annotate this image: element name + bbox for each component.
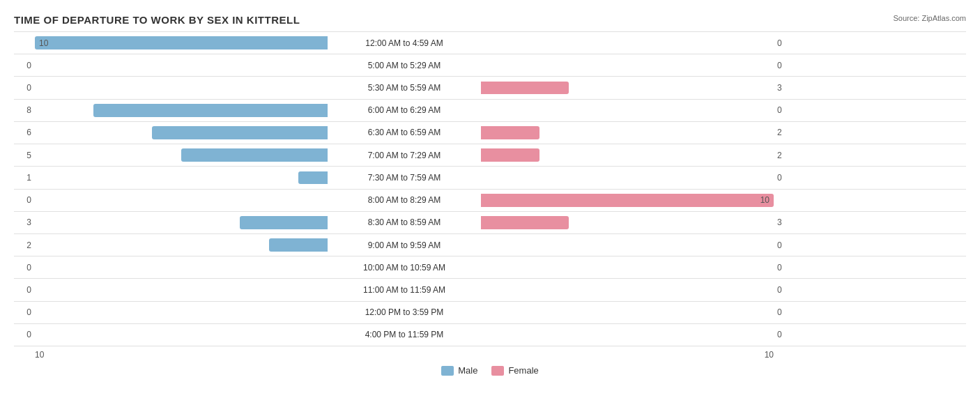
x-right-axis: 10 (481, 350, 774, 360)
chart-area: 10 12:00 AM to 4:59 AM 0 0 5:00 AM to 5:… (14, 31, 966, 376)
table-row: 8 6:00 AM to 6:29 AM 0 (14, 100, 966, 122)
female-bar-area (481, 82, 774, 95)
time-label: 6:30 AM to 6:59 AM (328, 128, 481, 137)
time-label: 8:00 AM to 8:29 AM (328, 195, 481, 205)
legend-female-color (491, 366, 504, 376)
table-row: 3 8:30 AM to 8:59 AM 3 (14, 212, 966, 234)
table-row: 0 10:00 AM to 10:59 AM 0 (14, 256, 966, 279)
female-bar-area (481, 126, 774, 139)
time-label: 9:00 AM to 9:59 AM (328, 240, 481, 250)
female-value: 3 (774, 83, 802, 93)
male-value: 0 (14, 307, 35, 317)
legend: Male Female (14, 365, 966, 376)
male-value: 0 (14, 83, 35, 93)
time-label: 11:00 AM to 11:59 AM (328, 285, 481, 295)
table-row: 5 7:00 AM to 7:29 AM 2 (14, 144, 966, 167)
time-label: 4:00 PM to 11:59 PM (328, 330, 481, 339)
table-row: 0 5:00 AM to 5:29 AM 0 (14, 54, 966, 77)
female-bar-area (481, 216, 774, 229)
male-value: 2 (14, 240, 35, 250)
female-value: 0 (774, 38, 802, 48)
female-value: 0 (774, 307, 802, 317)
male-bar-area (35, 238, 328, 252)
time-label: 10:00 AM to 10:59 AM (328, 263, 481, 273)
female-bar-area (481, 261, 774, 274)
male-bar-area (35, 306, 328, 319)
male-bar-area (35, 194, 328, 207)
female-bar-area (481, 284, 774, 297)
female-value: 0 (774, 263, 802, 273)
time-label: 7:30 AM to 7:59 AM (328, 173, 481, 183)
male-value: 8 (14, 105, 35, 115)
male-bar-area (35, 82, 328, 95)
legend-male: Male (441, 365, 477, 376)
table-row: 10 12:00 AM to 4:59 AM 0 (14, 31, 966, 54)
table-row: 2 9:00 AM to 9:59 AM 0 (14, 234, 966, 256)
female-bar-area: 10 (481, 194, 774, 207)
male-bar-area (35, 104, 328, 117)
time-label: 6:00 AM to 6:29 AM (328, 105, 481, 115)
female-value: 0 (774, 330, 802, 339)
x-axis: 10 10 (14, 350, 966, 360)
legend-female: Female (491, 365, 538, 376)
male-value: 0 (14, 61, 35, 70)
male-bar-area (35, 216, 328, 229)
male-value: 5 (14, 151, 35, 160)
male-value: 6 (14, 128, 35, 137)
source-label: Source: ZipAtlas.com (893, 14, 966, 22)
table-row: 0 11:00 AM to 11:59 AM 0 (14, 279, 966, 301)
rows-area: 10 12:00 AM to 4:59 AM 0 0 5:00 AM to 5:… (14, 31, 966, 346)
female-bar-area (481, 238, 774, 252)
table-row: 0 8:00 AM to 8:29 AM 10 (14, 190, 966, 212)
chart-container: TIME OF DEPARTURE TO WORK BY SEX IN KITT… (0, 0, 980, 414)
female-value: 0 (774, 240, 802, 250)
female-bar-area (481, 171, 774, 185)
female-bar-area (481, 306, 774, 319)
legend-male-color (441, 366, 454, 376)
legend-male-label: Male (458, 365, 477, 376)
female-value: 0 (774, 105, 802, 115)
female-value: 0 (774, 285, 802, 295)
male-value: 1 (14, 173, 35, 183)
female-value: 2 (774, 151, 802, 160)
time-label: 5:30 AM to 5:59 AM (328, 83, 481, 93)
time-label: 7:00 AM to 7:29 AM (328, 151, 481, 160)
male-value: 0 (14, 330, 35, 339)
male-value: 3 (14, 217, 35, 227)
table-row: 0 4:00 PM to 11:59 PM 0 (14, 324, 966, 346)
female-bar-area (481, 59, 774, 72)
male-bar-area (35, 261, 328, 274)
female-bar-area (481, 328, 774, 342)
time-label: 5:00 AM to 5:29 AM (328, 61, 481, 70)
time-label: 12:00 AM to 4:59 AM (328, 38, 481, 48)
female-bar-area (481, 148, 774, 162)
legend-female-label: Female (508, 365, 538, 376)
male-bar-area (35, 284, 328, 297)
male-value: 0 (14, 195, 35, 205)
male-bar-area (35, 126, 328, 139)
female-value: 3 (774, 217, 802, 227)
male-bar-area (35, 59, 328, 72)
female-value: 2 (774, 128, 802, 137)
x-left-axis: 10 (35, 350, 328, 360)
table-row: 0 5:30 AM to 5:59 AM 3 (14, 77, 966, 99)
male-bar-area (35, 328, 328, 342)
male-bar-area (35, 171, 328, 185)
table-row: 1 7:30 AM to 7:59 AM 0 (14, 167, 966, 189)
time-label: 8:30 AM to 8:59 AM (328, 217, 481, 227)
female-value: 0 (774, 61, 802, 70)
time-label: 12:00 PM to 3:59 PM (328, 307, 481, 317)
table-row: 6 6:30 AM to 6:59 AM 2 (14, 122, 966, 144)
female-bar-area (481, 104, 774, 117)
female-value: 0 (774, 173, 802, 183)
male-bar-area: 10 (35, 36, 328, 49)
table-row: 0 12:00 PM to 3:59 PM 0 (14, 302, 966, 324)
male-value: 0 (14, 263, 35, 273)
chart-title: TIME OF DEPARTURE TO WORK BY SEX IN KITT… (14, 14, 966, 26)
female-bar-area (481, 36, 774, 49)
male-value: 0 (14, 285, 35, 295)
male-bar-area (35, 148, 328, 162)
